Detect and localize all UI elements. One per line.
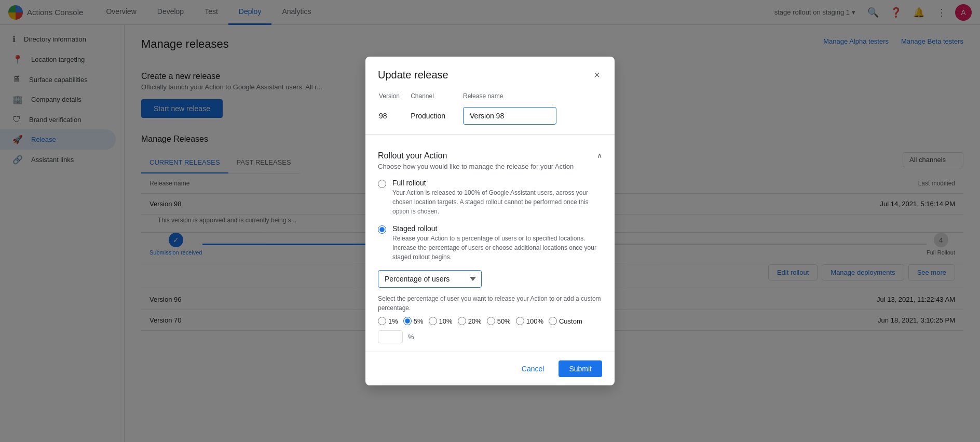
col-channel: Channel: [411, 92, 462, 104]
staged-rollout-content: Staged rollout Release your Action to a …: [392, 224, 602, 262]
percentage-hint: Select the percentage of user you want t…: [378, 294, 602, 313]
full-rollout-content: Full rollout Your Action is released to …: [392, 179, 602, 216]
pct-10-label: 10%: [439, 317, 453, 325]
pct-100-option[interactable]: 100%: [516, 317, 543, 325]
pct-100-label: 100%: [526, 317, 543, 325]
pct-100-radio[interactable]: [516, 317, 524, 325]
pct-1-radio[interactable]: [378, 317, 386, 325]
rollout-dropdown-container: Percentage of users Specified locations: [378, 270, 602, 288]
percent-symbol: %: [408, 333, 414, 341]
rollout-subtitle: Choose how you would like to manage the …: [378, 163, 574, 170]
rollout-section: Rollout your Action Choose how you would…: [365, 143, 615, 352]
close-dialog-button[interactable]: ×: [592, 67, 602, 83]
release-name-input[interactable]: [463, 107, 556, 125]
dialog-footer: Cancel Submit: [365, 352, 615, 385]
cancel-button[interactable]: Cancel: [513, 360, 553, 377]
rollout-title: Rollout your Action: [378, 151, 574, 160]
pct-50-radio[interactable]: [487, 317, 495, 325]
channel-value: Production: [411, 105, 462, 125]
release-info-table: Version Channel Release name 98 Producti…: [378, 91, 602, 126]
pct-custom-label: Custom: [559, 317, 582, 325]
pct-5-option[interactable]: 5%: [403, 317, 424, 325]
full-rollout-option: Full rollout Your Action is released to …: [378, 179, 602, 216]
pct-1-option[interactable]: 1%: [378, 317, 398, 325]
rollout-titles: Rollout your Action Choose how you would…: [378, 151, 574, 179]
staged-rollout-option: Staged rollout Release your Action to a …: [378, 224, 602, 262]
dialog-divider: [365, 134, 615, 135]
col-release-name: Release name: [463, 92, 601, 104]
pct-custom-radio[interactable]: [549, 317, 557, 325]
pct-10-radio[interactable]: [429, 317, 437, 325]
pct-20-radio[interactable]: [458, 317, 466, 325]
percentage-options: 1% 5% 10% 20% 50%: [378, 317, 602, 343]
col-version: Version: [379, 92, 410, 104]
rollout-type-select[interactable]: Percentage of users Specified locations: [378, 270, 482, 288]
submit-button[interactable]: Submit: [559, 360, 602, 377]
staged-rollout-radio[interactable]: [378, 225, 386, 234]
dialog-title: Update release: [378, 69, 448, 81]
pct-custom-option[interactable]: Custom: [549, 317, 582, 325]
full-rollout-label[interactable]: Full rollout: [392, 179, 426, 187]
version-value: 98: [379, 105, 410, 125]
full-rollout-radio[interactable]: [378, 180, 386, 188]
staged-rollout-desc: Release your Action to a percentage of u…: [392, 234, 602, 262]
pct-5-label: 5%: [414, 317, 424, 325]
collapse-icon[interactable]: ∧: [597, 151, 602, 159]
update-release-dialog: Update release × Version Channel Release…: [365, 57, 615, 385]
pct-custom-input[interactable]: [378, 330, 403, 343]
full-rollout-desc: Your Action is released to 100% of Googl…: [392, 188, 602, 216]
dialog-release-info: Version Channel Release name 98 Producti…: [365, 91, 615, 134]
pct-5-radio[interactable]: [403, 317, 412, 325]
rollout-header: Rollout your Action Choose how you would…: [378, 151, 602, 179]
pct-50-option[interactable]: 50%: [487, 317, 511, 325]
dialog-header: Update release ×: [365, 57, 615, 91]
pct-1-label: 1%: [388, 317, 398, 325]
pct-10-option[interactable]: 10%: [429, 317, 453, 325]
pct-20-label: 20%: [468, 317, 482, 325]
modal-overlay[interactable]: Update release × Version Channel Release…: [0, 0, 980, 442]
pct-20-option[interactable]: 20%: [458, 317, 482, 325]
pct-50-label: 50%: [497, 317, 511, 325]
staged-rollout-label[interactable]: Staged rollout: [392, 224, 437, 233]
